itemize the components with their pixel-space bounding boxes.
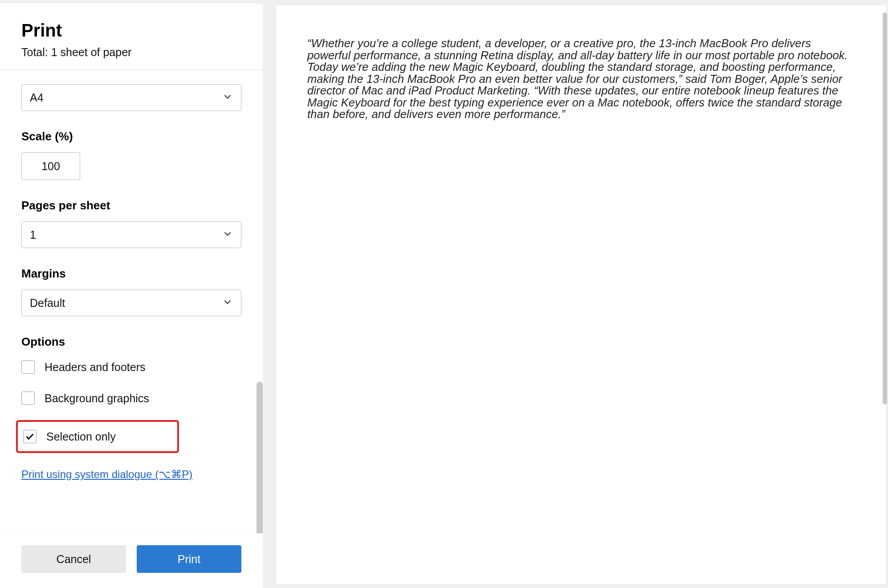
selection-only-label: Selection only <box>46 430 116 443</box>
headers-footers-option[interactable]: Headers and footers <box>21 358 241 376</box>
options-label: Options <box>21 335 241 349</box>
pages-per-sheet-select[interactable]: 1 <box>21 221 241 248</box>
preview-text-content: “Whether you’re a college student, a dev… <box>307 37 855 120</box>
pages-per-sheet-label: Pages per sheet <box>21 199 241 212</box>
system-dialog-link[interactable]: Print using system dialogue (⌥⌘P) <box>21 468 192 481</box>
pages-per-sheet-value[interactable]: 1 <box>21 221 241 248</box>
paper-size-select[interactable]: A4 <box>21 84 241 111</box>
selection-only-checkbox[interactable] <box>23 430 37 443</box>
background-graphics-option[interactable]: Background graphics <box>21 389 241 408</box>
print-preview-area: “Whether you’re a college student, a dev… <box>269 4 887 588</box>
paper-size-group: A4 <box>21 84 241 111</box>
headers-footers-label: Headers and footers <box>45 361 146 374</box>
headers-footers-checkbox[interactable] <box>21 360 35 374</box>
preview-page: “Whether you’re a college student, a dev… <box>276 5 886 584</box>
margins-select[interactable]: Default <box>21 290 241 316</box>
sidebar-header: Print Total: 1 sheet of paper <box>0 4 263 70</box>
sidebar-scrollbar[interactable] <box>257 382 263 533</box>
sidebar-footer: Cancel Print <box>0 533 263 588</box>
margins-label: Margins <box>21 267 241 281</box>
preview-scrollbar[interactable] <box>883 12 887 404</box>
print-button[interactable]: Print <box>137 545 241 573</box>
sidebar-body: A4 Scale (%) Pages per sheet 1 Margins D… <box>0 70 263 533</box>
total-sheets-text: Total: 1 sheet of paper <box>21 46 241 59</box>
print-sidebar: Print Total: 1 sheet of paper A4 Scale (… <box>0 4 263 588</box>
background-graphics-checkbox[interactable] <box>21 392 35 405</box>
selection-only-highlight: Selection only <box>16 420 179 453</box>
background-graphics-label: Background graphics <box>45 392 149 405</box>
page-title: Print <box>21 20 241 41</box>
paper-size-value[interactable]: A4 <box>21 84 241 111</box>
cancel-button[interactable]: Cancel <box>21 545 126 573</box>
scale-label: Scale (%) <box>21 130 241 143</box>
margins-value[interactable]: Default <box>21 290 241 316</box>
scale-input[interactable] <box>21 152 80 180</box>
